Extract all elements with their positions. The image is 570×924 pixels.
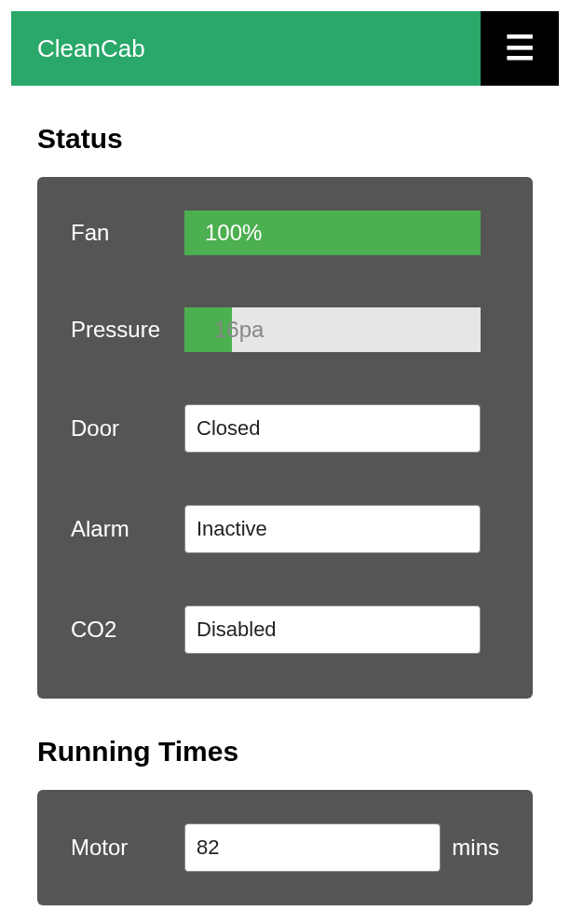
menu-button[interactable]: ☰	[481, 11, 559, 86]
fan-progress: 100%	[184, 211, 481, 255]
pressure-progress-value: 16pa	[184, 307, 264, 352]
co2-value: Disabled	[184, 605, 481, 654]
pressure-progress: 16pa	[184, 307, 481, 352]
door-label: Door	[71, 415, 184, 442]
alarm-label: Alarm	[71, 516, 184, 542]
alarm-value: Inactive	[184, 505, 481, 553]
running-times-section-title: Running Times	[37, 736, 533, 768]
app-title: CleanCab	[11, 11, 481, 86]
motor-unit: mins	[441, 835, 499, 861]
fan-progress-value: 100%	[184, 211, 262, 255]
hamburger-icon: ☰	[505, 29, 535, 68]
fan-label: Fan	[71, 220, 184, 246]
running-times-panel: Motor 82 mins	[37, 790, 533, 905]
pressure-label: Pressure	[71, 317, 184, 343]
motor-value: 82	[184, 823, 441, 872]
co2-row: CO2 Disabled	[71, 605, 499, 654]
alarm-row: Alarm Inactive	[71, 505, 499, 553]
pressure-row: Pressure 16pa	[71, 307, 499, 352]
motor-label: Motor	[71, 835, 184, 861]
door-value: Closed	[184, 404, 481, 453]
status-panel: Fan 100% Pressure 16pa Door Closed Alarm…	[37, 177, 533, 699]
status-section-title: Status	[37, 123, 533, 155]
co2-label: CO2	[71, 617, 184, 643]
motor-row: Motor 82 mins	[71, 823, 499, 872]
app-header: CleanCab ☰	[11, 11, 559, 86]
fan-row: Fan 100%	[71, 211, 499, 255]
door-row: Door Closed	[71, 404, 499, 453]
